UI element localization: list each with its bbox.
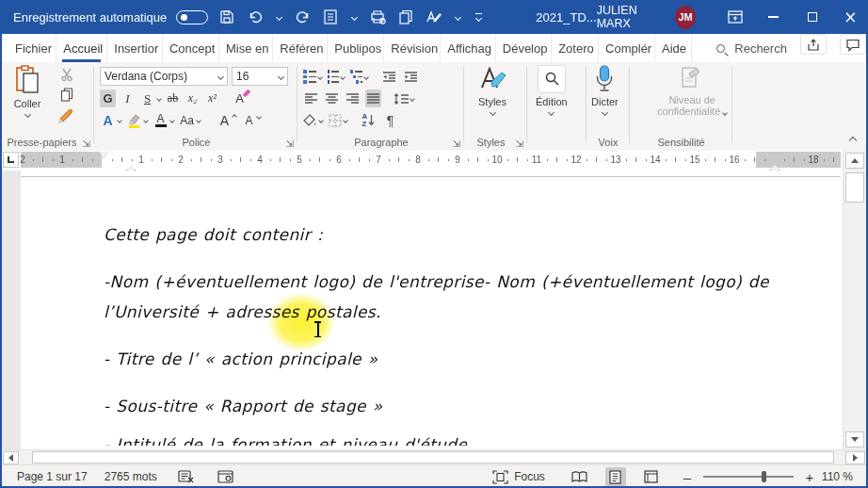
numbering-button[interactable] — [328, 70, 345, 84]
ruler[interactable]: 211234567891011121314151618 — [21, 152, 841, 168]
tab-accueil[interactable]: Accueil — [56, 34, 107, 62]
increase-indent-button[interactable] — [403, 68, 419, 86]
grow-font-button[interactable]: A — [217, 111, 236, 129]
underline-button[interactable]: S — [139, 89, 161, 107]
subscript-button[interactable]: x₂ — [185, 89, 201, 107]
zoom-in-button[interactable]: + — [803, 469, 816, 485]
ribbon-display-options-icon[interactable] — [716, 0, 755, 34]
tab-affichage[interactable]: Affichag — [441, 34, 495, 62]
highlight-button[interactable] — [126, 111, 148, 129]
font-size-combobox[interactable]: 16 — [232, 67, 288, 86]
tab-publipostage[interactable]: Publipos — [328, 34, 384, 62]
doc-line-5[interactable]: - Sous-titre « Rapport de stage » — [104, 397, 383, 415]
editing-button[interactable]: Édition — [536, 65, 568, 115]
tab-selector[interactable] — [3, 152, 19, 168]
scroll-up-button[interactable] — [845, 153, 864, 169]
save-icon[interactable] — [217, 7, 236, 27]
align-right-button[interactable] — [345, 89, 361, 107]
scroll-down-button[interactable] — [845, 431, 864, 447]
sensitivity-button[interactable]: Niveau de confidentialité — [657, 65, 727, 117]
doc-line-1[interactable]: Cette page doit contenir : — [104, 225, 323, 244]
document-area[interactable]: Cette page doit contenir : -Nom (+éventu… — [0, 171, 868, 464]
line-spacing-button[interactable] — [394, 93, 414, 105]
tab-revision[interactable]: Révision — [384, 34, 441, 62]
autosave-toggle[interactable] — [176, 10, 208, 24]
zoom-out-button[interactable]: – — [681, 469, 694, 485]
align-center-button[interactable] — [324, 89, 340, 107]
clear-formatting-button[interactable]: A — [232, 89, 248, 107]
doc-line-3[interactable]: l’Université + adresses postales. — [104, 302, 381, 321]
strikethrough-button[interactable]: ab — [165, 89, 181, 107]
tab-conception[interactable]: Concept — [163, 34, 219, 62]
change-case-button[interactable]: Aa — [179, 111, 201, 129]
undo-dropdown-icon[interactable] — [274, 9, 283, 24]
borders-button[interactable] — [329, 114, 347, 127]
superscript-button[interactable]: x² — [204, 89, 220, 107]
paste-button[interactable]: Coller — [13, 65, 41, 117]
font-name-combobox[interactable]: Verdana (Corps) — [100, 67, 228, 86]
macro-record-icon[interactable] — [216, 467, 236, 486]
print-layout-button[interactable] — [605, 467, 626, 486]
font-dialog-launcher[interactable]: ⇲ — [286, 138, 294, 149]
horizontal-scroll-thumb[interactable] — [32, 451, 834, 464]
zoom-slider[interactable] — [703, 476, 794, 478]
minimize-button[interactable] — [755, 0, 794, 34]
pen-format-dropdown-icon[interactable] — [453, 9, 462, 24]
align-left-button[interactable] — [303, 89, 319, 107]
horizontal-scrollbar[interactable] — [0, 449, 868, 464]
doc-line-6-clipped[interactable]: - Intitulé de la formation et niveau d'é… — [104, 435, 467, 446]
styles-button[interactable]: Styles — [476, 65, 508, 115]
tab-mise-en-page[interactable]: Mise en — [219, 34, 273, 62]
doc-line-2[interactable]: -Nom (+éventuellement logo) de l'entrepr… — [104, 272, 769, 291]
share-button[interactable] — [800, 34, 827, 55]
bold-button[interactable]: G — [100, 89, 116, 107]
justify-button[interactable] — [365, 89, 381, 107]
zoom-slider-thumb[interactable] — [762, 471, 766, 482]
multilevel-list-button[interactable] — [350, 70, 369, 84]
paste-dropdown-icon[interactable] — [24, 111, 30, 118]
tab-references[interactable]: Référen — [273, 34, 328, 62]
bullets-button[interactable] — [303, 70, 322, 84]
first-line-indent-marker[interactable] — [99, 152, 108, 158]
style-set-dropdown-icon[interactable] — [349, 9, 359, 24]
redo-icon[interactable] — [293, 7, 312, 27]
proofing-errors-icon[interactable] — [176, 467, 197, 486]
vertical-scrollbar[interactable] — [843, 151, 866, 449]
avatar[interactable]: JM — [675, 6, 696, 29]
style-set-icon[interactable] — [321, 7, 340, 27]
undo-icon[interactable] — [246, 7, 265, 27]
tab-aide[interactable]: Aide — [655, 34, 692, 62]
underline-dropdown-icon[interactable] — [156, 96, 162, 102]
scroll-right-button[interactable] — [845, 451, 865, 464]
scroll-left-button[interactable] — [3, 451, 19, 464]
word-count[interactable]: 2765 mots — [104, 470, 157, 483]
show-formatting-marks-button[interactable]: ¶ — [382, 111, 398, 129]
format-painter-button[interactable] — [58, 107, 74, 124]
tab-zotero[interactable]: Zotero — [552, 34, 599, 62]
vertical-scroll-thumb[interactable] — [845, 172, 864, 203]
page-indicator[interactable]: Page 1 sur 17 — [17, 470, 88, 483]
shrink-font-button[interactable]: A — [241, 111, 261, 129]
doc-line-4[interactable]: - Titre de l’ « action principale » — [104, 350, 378, 368]
sort-button[interactable]: AZ — [361, 111, 377, 129]
collapse-ribbon-icon[interactable] — [849, 137, 857, 144]
user-name[interactable]: JULIEN MARX — [597, 4, 665, 30]
web-layout-button[interactable] — [641, 467, 662, 486]
comments-button[interactable] — [840, 34, 866, 55]
styles-dialog-launcher[interactable]: ⇲ — [516, 138, 523, 149]
close-button[interactable]: × — [831, 0, 868, 34]
tab-insertion[interactable]: Insertior — [107, 34, 163, 62]
focus-mode-button[interactable]: Focus — [492, 467, 545, 486]
italic-button[interactable]: I — [120, 89, 136, 107]
dictate-button[interactable]: Dicter — [591, 65, 619, 115]
read-mode-button[interactable] — [570, 467, 590, 486]
tab-complements[interactable]: Complér — [599, 34, 655, 62]
font-color-button[interactable]: A — [153, 111, 174, 129]
print-icon[interactable] — [368, 7, 387, 27]
pen-format-icon[interactable] — [425, 7, 443, 27]
zoom-level[interactable]: 110 % — [822, 470, 853, 483]
paragraph-dialog-launcher[interactable]: ⇲ — [453, 138, 460, 149]
customize-toolbar-icon[interactable] — [472, 13, 485, 21]
tab-developpeur[interactable]: Dévelop — [496, 34, 552, 62]
shading-button[interactable] — [303, 114, 323, 127]
